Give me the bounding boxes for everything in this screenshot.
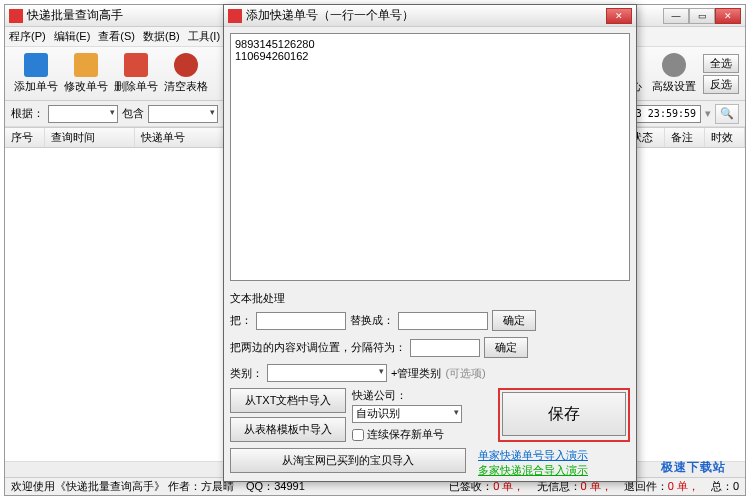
import-taobao-button[interactable]: 从淘宝网已买到的宝贝导入 (230, 448, 466, 473)
close-button[interactable]: ✕ (715, 8, 741, 24)
col-tracking[interactable]: 快递单号 (135, 128, 225, 147)
dialog-close-button[interactable]: ✕ (606, 8, 632, 24)
edit-order-button[interactable]: 修改单号 (61, 53, 111, 94)
filter-value-combo[interactable] (148, 105, 218, 123)
invert-select-button[interactable]: 反选 (703, 75, 739, 94)
add-order-button[interactable]: 添加单号 (11, 53, 61, 94)
contain-label: 包含 (122, 106, 144, 121)
menu-view[interactable]: 查看(S) (98, 29, 135, 44)
clear-table-button[interactable]: 清空表格 (161, 53, 211, 94)
menu-program[interactable]: 程序(P) (9, 29, 46, 44)
gear-icon (662, 53, 686, 77)
courier-company-combo[interactable]: 自动识别 (352, 405, 462, 423)
replace-confirm-button[interactable]: 确定 (492, 310, 536, 331)
col-query-time[interactable]: 查询时间 (45, 128, 135, 147)
add-tracking-dialog: 添加快递单号（一行一个单号） ✕ 文本批处理 把： 替换成： 确定 把两边的内容… (223, 4, 637, 482)
chevron-down-icon[interactable]: ▾ (705, 107, 711, 120)
manage-category-link[interactable]: +管理类别 (391, 366, 441, 381)
filter-field-combo[interactable] (48, 105, 118, 123)
filter-label: 根据： (11, 106, 44, 121)
import-xls-button[interactable]: 从表格模板中导入 (230, 417, 346, 442)
col-remark[interactable]: 备注 (665, 128, 705, 147)
demo-single-link[interactable]: 单家快递单号导入演示 (478, 448, 588, 463)
settings-button[interactable]: 高级设置 (649, 53, 699, 94)
delete-icon (124, 53, 148, 77)
dialog-title: 添加快递单号（一行一个单号） (246, 7, 606, 24)
select-all-button[interactable]: 全选 (703, 54, 739, 73)
category-combo[interactable] (267, 364, 387, 382)
col-time[interactable]: 时效 (705, 128, 745, 147)
app-icon (9, 9, 23, 23)
tracking-textarea[interactable] (230, 33, 630, 281)
maximize-button[interactable]: ▭ (689, 8, 715, 24)
delete-order-button[interactable]: 删除单号 (111, 53, 161, 94)
replace-to-input[interactable] (398, 312, 488, 330)
dialog-icon (228, 9, 242, 23)
batch-label: 文本批处理 (230, 291, 630, 306)
col-index[interactable]: 序号 (5, 128, 45, 147)
status-welcome: 欢迎使用《快递批量查询高手》 作者：方晨晴 (11, 479, 234, 494)
demo-multi-link[interactable]: 多家快递混合导入演示 (478, 463, 588, 478)
pencil-icon (74, 53, 98, 77)
continuous-save-checkbox[interactable]: 连续保存新单号 (352, 427, 492, 442)
plus-icon (24, 53, 48, 77)
replace-from-input[interactable] (256, 312, 346, 330)
minimize-button[interactable]: — (663, 8, 689, 24)
watermark: 极速下载站 (661, 459, 726, 476)
search-button[interactable]: 🔍 (715, 104, 739, 124)
swap-confirm-button[interactable]: 确定 (484, 337, 528, 358)
swap-delim-input[interactable] (410, 339, 480, 357)
menu-edit[interactable]: 编辑(E) (54, 29, 91, 44)
search-icon: 🔍 (720, 107, 734, 120)
save-button[interactable]: 保存 (502, 392, 626, 436)
dialog-titlebar: 添加快递单号（一行一个单号） ✕ (224, 5, 636, 27)
clear-icon (174, 53, 198, 77)
menu-tools[interactable]: 工具(I) (188, 29, 220, 44)
menu-data[interactable]: 数据(B) (143, 29, 180, 44)
import-txt-button[interactable]: 从TXT文档中导入 (230, 388, 346, 413)
save-highlight: 保存 (498, 388, 630, 442)
